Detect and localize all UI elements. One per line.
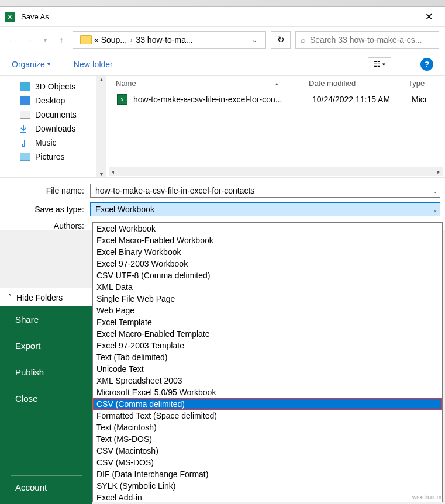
help-button[interactable]: ? xyxy=(420,58,433,71)
column-headers: Name▴ Date modified Type xyxy=(106,76,445,91)
search-input[interactable]: ⌕ Search 33 how-to-make-a-cs... xyxy=(295,31,439,49)
nav-up-icon[interactable]: ↑ xyxy=(55,35,68,44)
type-option[interactable]: Excel Workbook xyxy=(93,223,442,234)
organize-button[interactable]: Organize▾ xyxy=(12,60,50,69)
tree-item-pictures[interactable]: Pictures xyxy=(0,150,106,164)
toolbar: Organize▾ New folder ☷▾ ? xyxy=(0,53,445,76)
music-icon xyxy=(20,139,30,147)
type-option[interactable]: DIF (Data Interchange Format) xyxy=(93,468,442,480)
tree-item-3d-objects[interactable]: 3D Objects xyxy=(0,80,106,94)
file-row[interactable]: x how-to-make-a-csv-file-in-excel-for-co… xyxy=(106,91,445,108)
excel-file-icon: x xyxy=(117,94,127,105)
type-option[interactable]: Excel 97-2003 Workbook xyxy=(93,258,442,270)
tree-item-downloads[interactable]: Downloads xyxy=(0,122,106,136)
column-type[interactable]: Type xyxy=(399,79,445,88)
type-option[interactable]: Microsoft Excel 5.0/95 Workbook xyxy=(93,386,442,398)
type-option[interactable]: CSV (Comma delimited) xyxy=(93,398,442,410)
tree-scrollbar[interactable]: ▴▾ xyxy=(96,76,106,177)
file-list: Name▴ Date modified Type x how-to-make-a… xyxy=(106,76,445,177)
sidebar-item-export[interactable]: Export xyxy=(0,333,92,359)
refresh-icon: ↻ xyxy=(277,34,285,45)
sidebar-divider xyxy=(11,475,82,476)
sidebar-item-publish[interactable]: Publish xyxy=(0,359,92,385)
close-button[interactable]: ✕ xyxy=(417,11,440,22)
save-as-type-label: Save as type: xyxy=(14,205,90,214)
scroll-right-icon[interactable]: ▸ xyxy=(437,168,440,175)
type-option[interactable]: Excel Macro-Enabled Template xyxy=(93,328,442,340)
folder-icon xyxy=(80,35,92,44)
search-icon: ⌕ xyxy=(301,35,305,44)
pictures-icon xyxy=(20,153,30,161)
type-option[interactable]: CSV (MS-DOS) xyxy=(93,457,442,468)
type-option[interactable]: Unicode Text xyxy=(93,363,442,375)
sidebar-item-share[interactable]: Share xyxy=(0,306,92,333)
3d-objects-icon xyxy=(20,82,30,91)
search-placeholder: Search 33 how-to-make-a-cs... xyxy=(310,35,422,44)
chevron-right-icon: › xyxy=(130,37,132,43)
file-type: Micr xyxy=(402,95,427,104)
background-app-strip xyxy=(0,0,445,7)
filename-label: File name: xyxy=(14,186,90,195)
tree-item-music[interactable]: Music xyxy=(0,136,106,150)
column-name[interactable]: Name▴ xyxy=(106,79,299,88)
type-option[interactable]: XML Spreadsheet 2003 xyxy=(93,375,442,386)
scroll-left-icon[interactable]: ◂ xyxy=(111,168,114,175)
documents-icon xyxy=(20,111,30,119)
titlebar: X Save As ✕ xyxy=(0,7,445,27)
nav-back-icon[interactable]: ← xyxy=(6,35,19,44)
new-folder-button[interactable]: New folder xyxy=(74,60,113,69)
file-name: how-to-make-a-csv-file-in-excel-for-con.… xyxy=(133,95,303,104)
filename-input[interactable]: how-to-make-a-csv-file-in-excel-for-cont… xyxy=(90,184,440,198)
chevron-down-icon[interactable]: ⌄ xyxy=(433,188,437,194)
tree-item-documents[interactable]: Documents xyxy=(0,108,106,122)
type-option[interactable]: CSV (Macintosh) xyxy=(93,445,442,457)
scroll-up-icon[interactable]: ▴ xyxy=(100,76,103,82)
hide-folders-button[interactable]: ˄ Hide Folders xyxy=(0,288,92,306)
breadcrumb-part[interactable]: 33 how-to-ma... xyxy=(136,35,192,44)
view-mode-button[interactable]: ☷▾ xyxy=(368,57,391,71)
type-option[interactable]: Web Page xyxy=(93,305,442,316)
chevron-down-icon: ▾ xyxy=(47,61,50,67)
horizontal-scrollbar[interactable]: ◂▸ xyxy=(109,167,443,176)
tree-item-desktop[interactable]: Desktop xyxy=(0,94,106,108)
nav-dropdown-icon[interactable]: ▾ xyxy=(39,37,51,43)
desktop-icon xyxy=(20,96,30,105)
sidebar-item-account[interactable]: Account xyxy=(0,477,62,498)
type-option[interactable]: Excel 97-2003 Template xyxy=(93,340,442,351)
address-bar[interactable]: « Soup... › 33 how-to-ma... ⌄ xyxy=(73,31,266,49)
backstage-sidebar: Share Export Publish Close Account xyxy=(0,306,92,504)
type-option[interactable]: Excel Template xyxy=(93,316,442,328)
folder-tree: 3D Objects Desktop Documents Downloads M… xyxy=(0,76,106,177)
save-as-type-dropdown[interactable]: Excel WorkbookExcel Macro-Enabled Workbo… xyxy=(92,222,443,502)
type-option[interactable]: CSV UTF-8 (Comma delimited) xyxy=(93,270,442,281)
chevron-down-icon: ▾ xyxy=(382,61,385,67)
downloads-icon xyxy=(20,125,30,133)
type-option[interactable]: Text (Macintosh) xyxy=(93,422,442,433)
type-option[interactable]: Formatted Text (Space delimited) xyxy=(93,410,442,422)
watermark: wsxdn.com xyxy=(412,494,441,500)
refresh-button[interactable]: ↻ xyxy=(271,31,291,49)
scroll-down-icon[interactable]: ▾ xyxy=(100,171,103,177)
type-option[interactable]: Excel Macro-Enabled Workbook xyxy=(93,234,442,246)
chevron-down-icon[interactable]: ⌄ xyxy=(433,206,437,213)
nav-row: ← → ▾ ↑ « Soup... › 33 how-to-ma... ⌄ ↻ … xyxy=(0,27,445,53)
type-option[interactable]: Text (Tab delimited) xyxy=(93,351,442,363)
excel-app-icon: X xyxy=(5,12,15,22)
type-option[interactable]: XML Data xyxy=(93,281,442,293)
window-title: Save As xyxy=(21,12,417,21)
column-date[interactable]: Date modified xyxy=(299,79,399,88)
type-option[interactable]: Excel Binary Workbook xyxy=(93,246,442,258)
type-option[interactable]: Single File Web Page xyxy=(93,293,442,305)
type-option[interactable]: Text (MS-DOS) xyxy=(93,433,442,445)
chevron-down-icon[interactable]: ⌄ xyxy=(247,36,262,44)
sidebar-item-close[interactable]: Close xyxy=(0,385,92,412)
file-browser: 3D Objects Desktop Documents Downloads M… xyxy=(0,76,445,178)
chevron-up-icon: ˄ xyxy=(8,294,12,301)
breadcrumb-part[interactable]: « Soup... xyxy=(94,35,127,44)
type-option[interactable]: Excel Add-in xyxy=(93,492,442,502)
sort-up-icon: ▴ xyxy=(275,81,278,87)
type-option[interactable]: SYLK (Symbolic Link) xyxy=(93,480,442,492)
nav-forward-icon[interactable]: → xyxy=(22,35,35,44)
save-as-type-select[interactable]: Excel Workbook⌄ xyxy=(90,202,440,216)
file-date: 10/24/2022 11:15 AM xyxy=(303,95,402,104)
